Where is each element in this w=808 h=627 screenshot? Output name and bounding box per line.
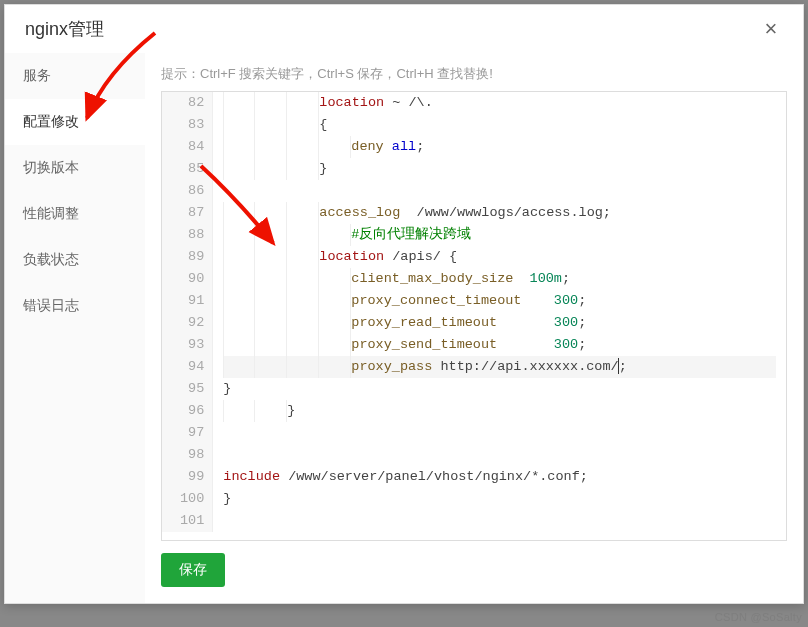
nginx-modal: nginx管理 × 服务配置修改切换版本性能调整负载状态错误日志 提示：Ctrl… [4,4,804,604]
code-line-87[interactable]: access_log /www/wwwlogs/access.log; [223,202,776,224]
editor-hint: 提示：Ctrl+F 搜索关键字，Ctrl+S 保存，Ctrl+H 查找替换! [161,65,787,83]
code-line-90[interactable]: client_max_body_size 100m; [223,268,776,290]
code-line-86[interactable] [223,180,776,202]
code-line-92[interactable]: proxy_read_timeout 300; [223,312,776,334]
editor-scroll[interactable]: 8283848586878889909192939495969798991001… [162,92,786,540]
modal-title: nginx管理 [25,17,104,41]
code-line-83[interactable]: { [223,114,776,136]
code-line-93[interactable]: proxy_send_timeout 300; [223,334,776,356]
code-line-98[interactable] [223,444,776,466]
sidebar-item-1[interactable]: 配置修改 [5,99,145,145]
sidebar-item-3[interactable]: 性能调整 [5,191,145,237]
sidebar-item-5[interactable]: 错误日志 [5,283,145,329]
line-gutter: 8283848586878889909192939495969798991001… [162,92,213,532]
sidebar-item-0[interactable]: 服务 [5,53,145,99]
code-line-96[interactable]: } [223,400,776,422]
code-line-88[interactable]: #反向代理解决跨域 [223,224,776,246]
code-line-94[interactable]: proxy_pass http://api.xxxxxx.com/; [223,356,776,378]
close-icon[interactable]: × [759,17,783,41]
watermark: CSDN @SoSalty [715,611,802,623]
code-line-101[interactable] [223,510,776,532]
save-button[interactable]: 保存 [161,553,225,587]
code-line-95[interactable]: } [223,378,776,400]
code-line-97[interactable] [223,422,776,444]
modal-body: 服务配置修改切换版本性能调整负载状态错误日志 提示：Ctrl+F 搜索关键字，C… [5,53,803,603]
code-line-100[interactable]: } [223,488,776,510]
code-line-82[interactable]: location ~ /\. [223,92,776,114]
sidebar-item-2[interactable]: 切换版本 [5,145,145,191]
code-line-85[interactable]: } [223,158,776,180]
code-line-84[interactable]: deny all; [223,136,776,158]
code-editor[interactable]: 8283848586878889909192939495969798991001… [161,91,787,541]
code-line-99[interactable]: include /www/server/panel/vhost/nginx/*.… [223,466,776,488]
code-line-91[interactable]: proxy_connect_timeout 300; [223,290,776,312]
sidebar-item-4[interactable]: 负载状态 [5,237,145,283]
content-pane: 提示：Ctrl+F 搜索关键字，Ctrl+S 保存，Ctrl+H 查找替换! 8… [145,53,803,603]
sidebar: 服务配置修改切换版本性能调整负载状态错误日志 [5,53,145,603]
modal-header: nginx管理 × [5,5,803,53]
code-line-89[interactable]: location /apis/ { [223,246,776,268]
code-area[interactable]: location ~ /\.{deny all;}access_log /www… [213,92,786,532]
